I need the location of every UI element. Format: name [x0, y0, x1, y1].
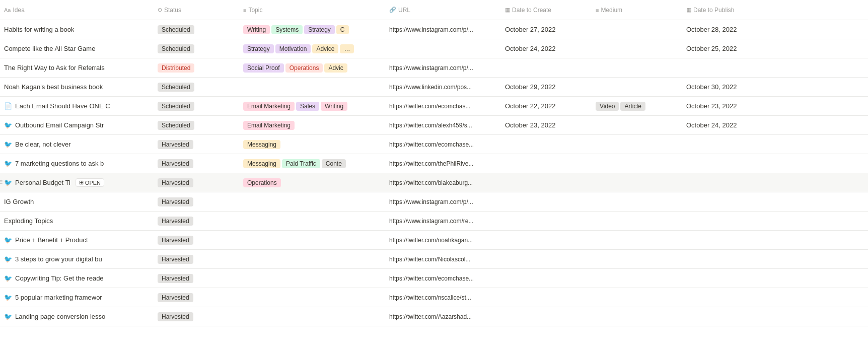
url-cell[interactable]: https://twitter.com/thePhilRive...	[385, 157, 501, 170]
table-row[interactable]: 🐦 3 steps to grow your digital bu Harves…	[0, 250, 868, 269]
header-url[interactable]: 🔗 URL	[385, 4, 501, 17]
idea-text: Compete like the All Star Game	[4, 45, 95, 52]
drag-handle-icon[interactable]: ⠿	[0, 179, 3, 186]
date-create-cell	[501, 65, 592, 71]
table-row[interactable]: Noah Kagan's best business book Schedule…	[0, 78, 868, 97]
url-cell[interactable]	[385, 46, 501, 52]
status-cell[interactable]: Harvested	[154, 156, 239, 171]
url-cell[interactable]: https://twitter.com/ecomchase...	[385, 272, 501, 285]
url-cell[interactable]: https://twitter.com/Nicolascol...	[385, 253, 501, 266]
status-cell[interactable]: Harvested	[154, 194, 239, 210]
status-cell[interactable]: Harvested	[154, 175, 239, 190]
url-cell[interactable]: https://www.instagram.com/re...	[385, 215, 501, 228]
table-row[interactable]: Compete like the All Star Game Scheduled…	[0, 39, 868, 58]
date-create-cell	[501, 314, 592, 320]
url-cell[interactable]: https://www.linkedin.com/pos...	[385, 81, 501, 94]
medium-cell: VideoArticle	[592, 99, 682, 114]
medium-container: VideoArticle	[596, 102, 678, 111]
twitter-icon: 🐦	[4, 141, 12, 148]
url-cell[interactable]: https://twitter.com/alexh459/s...	[385, 119, 501, 132]
date-create-cell: October 23, 2022	[501, 118, 592, 132]
table-row[interactable]: IG Growth Harvested https://www.instagra…	[0, 192, 868, 212]
status-badge: Scheduled	[158, 83, 194, 92]
topic-tag: Messaging	[243, 140, 280, 149]
date-publish-cell	[682, 275, 773, 282]
status-cell[interactable]: Harvested	[154, 137, 239, 152]
header-date-create[interactable]: ▦ Date to Create	[501, 4, 592, 17]
idea-text: Price + Benefit + Product	[15, 236, 88, 244]
date-publish-cell	[682, 142, 773, 148]
status-cell[interactable]: Distributed	[154, 60, 239, 76]
status-cell[interactable]: Scheduled	[154, 41, 239, 56]
table-row[interactable]: 🐦 Outbound Email Campaign Str Scheduled …	[0, 116, 868, 135]
date-create-cell	[501, 161, 592, 167]
status-header-icon: ⊙	[158, 7, 162, 13]
date-publish-cell	[682, 314, 773, 320]
table-row[interactable]: Exploding Topics Harvested https://www.i…	[0, 212, 868, 231]
status-cell[interactable]: Scheduled	[154, 118, 239, 133]
table-header: Aa Idea ⊙ Status ≡ Topic 🔗 URL ▦ Date to…	[0, 0, 868, 20]
open-badge[interactable]: ⊞ OPEN	[76, 178, 104, 187]
status-badge: Harvested	[158, 217, 193, 226]
status-badge: Harvested	[158, 178, 193, 187]
status-cell[interactable]: Scheduled	[154, 99, 239, 114]
status-badge: Harvested	[158, 140, 193, 149]
date-publish-cell	[682, 237, 773, 243]
status-cell[interactable]: Harvested	[154, 290, 239, 305]
table-row[interactable]: 🐦 Landing page conversion lesso Harveste…	[0, 307, 868, 326]
url-cell[interactable]: https://twitter.com/ecomchase...	[385, 138, 501, 151]
status-cell[interactable]: Scheduled	[154, 80, 239, 95]
url-cell[interactable]: https://twitter.com/nscalice/st...	[385, 291, 501, 304]
topic-tag: Social Proof	[243, 63, 284, 73]
header-medium[interactable]: ≡ Medium	[592, 4, 682, 17]
status-cell[interactable]: Harvested	[154, 309, 239, 324]
medium-cell	[592, 256, 682, 262]
table-body: Habits for writing a book Scheduled Writ…	[0, 20, 868, 326]
topic-cell: StrategyMotivationAdvice…	[239, 41, 385, 56]
idea-cell: 🐦 5 popular marketing framewor	[0, 291, 154, 304]
status-cell[interactable]: Scheduled	[154, 22, 239, 37]
url-cell[interactable]: https://www.instagram.com/p/...	[385, 61, 501, 75]
topic-cell	[239, 199, 385, 205]
status-cell[interactable]: Harvested	[154, 214, 239, 229]
header-date-publish[interactable]: ▦ Date to Publish	[682, 4, 773, 17]
date-create-cell	[501, 218, 592, 224]
table-row[interactable]: 🐦 Be clear, not clever Harvested Messagi…	[0, 135, 868, 154]
topics-container: Email Marketing	[243, 121, 381, 130]
url-cell[interactable]: https://www.instagram.com/p/...	[385, 23, 501, 36]
topics-container: WritingSystemsStrategyC	[243, 25, 381, 34]
idea-cell: 🐦 Outbound Email Campaign Str	[0, 118, 154, 132]
status-cell[interactable]: Harvested	[154, 271, 239, 286]
topic-tag: C	[336, 25, 349, 34]
url-cell[interactable]: https://twitter.com/noahkagan...	[385, 234, 501, 247]
header-idea[interactable]: Aa Idea	[0, 4, 154, 17]
table-row[interactable]: The Right Way to Ask for Referrals Distr…	[0, 58, 868, 78]
status-badge: Harvested	[158, 274, 193, 283]
status-badge: Harvested	[158, 236, 193, 245]
table-row[interactable]: 🐦 Copywriting Tip: Get the reade Harvest…	[0, 269, 868, 288]
table-row[interactable]: 🐦 5 popular marketing framewor Harvested…	[0, 288, 868, 307]
date-create-cell	[501, 180, 592, 186]
url-cell[interactable]: https://twitter.com/ecomchas...	[385, 100, 501, 113]
topic-cell	[239, 218, 385, 224]
table-row[interactable]: 📄 Each Email Should Have ONE C Scheduled…	[0, 97, 868, 116]
status-cell[interactable]: Harvested	[154, 233, 239, 248]
url-cell[interactable]: https://twitter.com/Aazarshad...	[385, 310, 501, 323]
twitter-icon: 🐦	[4, 179, 12, 186]
table-row[interactable]: ⠿ 🐦 Personal Budget Ti ⊞ OPEN Harvested …	[0, 173, 868, 192]
header-topic[interactable]: ≡ Topic	[239, 4, 385, 17]
table-row[interactable]: 🐦 7 marketing questions to ask b Harvest…	[0, 154, 868, 173]
topic-tag: Email Marketing	[243, 121, 295, 130]
table-row[interactable]: 🐦 Price + Benefit + Product Harvested ht…	[0, 231, 868, 250]
topic-tag: Writing	[321, 102, 347, 111]
twitter-icon: 🐦	[4, 313, 12, 320]
status-cell[interactable]: Harvested	[154, 252, 239, 267]
medium-cell	[592, 199, 682, 205]
topic-tag: Messaging	[243, 159, 280, 168]
table-row[interactable]: Habits for writing a book Scheduled Writ…	[0, 20, 868, 39]
date-publish-cell: October 23, 2022	[682, 99, 773, 113]
url-cell[interactable]: https://twitter.com/blakeaburg...	[385, 176, 501, 189]
date-create-cell	[501, 256, 592, 262]
url-cell[interactable]: https://www.instagram.com/p/...	[385, 195, 501, 208]
header-status[interactable]: ⊙ Status	[154, 4, 239, 17]
